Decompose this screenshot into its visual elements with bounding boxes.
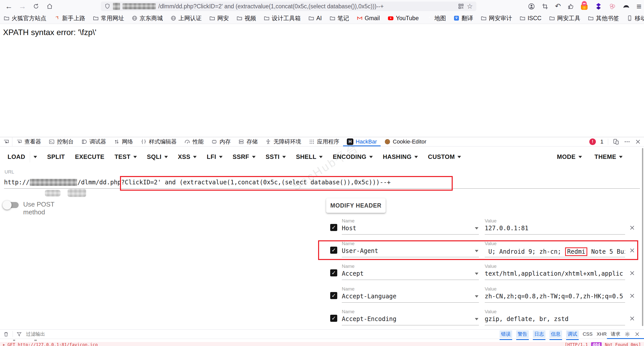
- bookmark-item[interactable]: 笔记: [329, 14, 349, 22]
- request-url-link[interactable]: http://127.0.0.1:81/favicon.ico: [18, 342, 98, 346]
- undo-extension-icon[interactable]: ↶: [555, 3, 561, 10]
- filter-debug[interactable]: 调试: [566, 330, 579, 338]
- qr-code-icon[interactable]: [458, 3, 464, 10]
- dropdown-caret-icon[interactable]: [475, 318, 478, 320]
- header-checkbox[interactable]: ✓: [330, 315, 337, 322]
- bookmark-item[interactable]: 地图: [426, 14, 446, 22]
- dropdown-caret-icon[interactable]: [475, 273, 478, 275]
- menu-load[interactable]: LOAD: [8, 151, 37, 162]
- header-name-field[interactable]: Name User-Agent: [342, 241, 479, 257]
- account-icon[interactable]: [528, 3, 535, 10]
- tab-storage[interactable]: 存储: [234, 137, 261, 146]
- menu-ssti[interactable]: SSTI: [266, 153, 286, 160]
- menu-test[interactable]: TEST: [114, 153, 137, 160]
- console-error-row[interactable]: ▶ GET http://127.0.0.1:81/favicon.ico [H…: [0, 342, 644, 346]
- header-value-field[interactable]: Value gzip, deflate, br, zstd: [485, 309, 625, 325]
- dropdown-caret-icon[interactable]: [475, 295, 478, 298]
- filter-requests[interactable]: 请求: [611, 331, 620, 337]
- tab-network[interactable]: 网络: [110, 137, 137, 146]
- bookmark-item[interactable]: 火狐官方站点: [4, 14, 46, 22]
- address-bar[interactable]: /dlmm/dd.php?ClickID=2' and (extractvalu…: [101, 2, 476, 11]
- menu-shell[interactable]: SHELL: [296, 153, 323, 160]
- bookmark-item[interactable]: YouTube: [387, 15, 419, 22]
- responsive-mode-icon[interactable]: [613, 138, 619, 145]
- close-devtools-icon[interactable]: [635, 139, 641, 145]
- home-button[interactable]: [44, 1, 55, 12]
- delete-header-button[interactable]: [629, 225, 635, 231]
- tab-memory[interactable]: 内存: [207, 137, 234, 146]
- filter-info[interactable]: 信息: [549, 330, 562, 338]
- console-settings-gear-icon[interactable]: [624, 331, 630, 337]
- reload-button[interactable]: [31, 1, 41, 12]
- wappalyzer-extension-icon[interactable]: [595, 3, 602, 10]
- header-name-field[interactable]: Name Accept: [342, 264, 479, 280]
- menu-lfi[interactable]: LFI: [207, 153, 223, 160]
- menu-execute[interactable]: EXECUTE: [75, 153, 105, 160]
- menu-sqli[interactable]: SQLI: [147, 153, 168, 160]
- console-filter-input[interactable]: [25, 331, 97, 337]
- tab-debugger[interactable]: 调试器: [77, 137, 110, 146]
- tab-cookie-editor[interactable]: Cookie-Editor: [381, 137, 430, 146]
- bookmark-item[interactable]: 设计工具箱: [264, 14, 301, 22]
- bookmark-item[interactable]: 新手上路: [54, 14, 85, 22]
- dropdown-caret-icon[interactable]: [475, 250, 478, 252]
- delete-header-button[interactable]: [629, 315, 635, 322]
- rings-extension-icon[interactable]: [609, 3, 616, 10]
- tab-accessibility[interactable]: 无障碍环境: [261, 137, 305, 146]
- header-value-field[interactable]: Value zh-CN,zh;q=0.8,zh-TW;q=0.7,zh-HK;q…: [485, 286, 625, 303]
- filter-warnings[interactable]: 警告: [516, 330, 529, 338]
- scrollbar-thumb[interactable]: [642, 148, 643, 326]
- delete-header-button[interactable]: [629, 293, 635, 299]
- back-button[interactable]: ←: [4, 1, 14, 12]
- bookmark-item[interactable]: 翻译: [453, 14, 473, 22]
- delete-header-button[interactable]: [629, 247, 635, 253]
- bookmark-star-icon[interactable]: ☆: [467, 3, 473, 10]
- menu-encoding[interactable]: ENCODING: [333, 153, 373, 160]
- menu-mode[interactable]: MODE: [557, 153, 582, 160]
- other-bookmarks[interactable]: 其他书签: [588, 14, 619, 22]
- bookmark-item[interactable]: 网安工具: [549, 14, 580, 22]
- bookmark-item[interactable]: 网安审计: [481, 14, 512, 22]
- proxy-extension-icon[interactable]: [581, 3, 588, 10]
- menu-ssrf[interactable]: SSRF: [233, 153, 256, 160]
- url-input[interactable]: http:// /dlmm/dd.php ?ClickID=2' and (ex…: [4, 176, 640, 189]
- header-checkbox[interactable]: ✓: [330, 269, 337, 276]
- header-name-field[interactable]: Name Host: [342, 218, 479, 235]
- mobile-bookmarks[interactable]: 移动设备上的书签: [627, 14, 644, 22]
- menu-icon[interactable]: ≡: [636, 2, 641, 11]
- header-value-field[interactable]: Value U; Android 9; zh-cn; Redmi Note 5 …: [485, 241, 625, 257]
- bookmark-item[interactable]: ISCC: [519, 15, 541, 22]
- filter-logs[interactable]: 日志: [533, 330, 545, 338]
- filter-errors[interactable]: 错误: [500, 330, 512, 338]
- bookmark-item[interactable]: 京东商城: [132, 14, 163, 22]
- screenshot-extension-icon[interactable]: [542, 3, 548, 10]
- header-name-field[interactable]: Name Accept-Language: [342, 286, 479, 303]
- header-checkbox[interactable]: ✓: [330, 224, 337, 231]
- menu-hashing[interactable]: HASHING: [383, 153, 418, 160]
- meatball-menu-icon[interactable]: [624, 138, 630, 145]
- bookmark-item[interactable]: 常用网址: [93, 14, 124, 22]
- header-checkbox[interactable]: ✓: [330, 247, 337, 254]
- header-checkbox[interactable]: ✓: [330, 292, 337, 299]
- header-name-field[interactable]: Name Accept-Encoding: [342, 309, 479, 325]
- close-split-console-icon[interactable]: [634, 331, 640, 337]
- bookmark-item[interactable]: Gmail: [357, 15, 380, 22]
- chevron-down-icon[interactable]: [34, 156, 37, 158]
- clear-console-icon[interactable]: [3, 331, 9, 337]
- tab-performance[interactable]: 性能: [180, 137, 207, 146]
- bookmark-item[interactable]: 上网认证: [170, 14, 202, 22]
- tab-style-editor[interactable]: 样式编辑器: [137, 137, 180, 146]
- menu-custom[interactable]: CUSTOM: [428, 153, 461, 160]
- tab-console[interactable]: 控制台: [45, 137, 77, 146]
- delete-header-button[interactable]: [629, 270, 635, 276]
- bookmark-item[interactable]: 网安: [209, 14, 229, 22]
- forward-button[interactable]: →: [17, 1, 28, 12]
- tab-application[interactable]: 应用程序: [305, 137, 343, 146]
- bookmark-item[interactable]: 视频: [236, 14, 256, 22]
- menu-xss[interactable]: XSS: [178, 153, 197, 160]
- thumb-extension-icon[interactable]: [567, 3, 574, 10]
- hat-extension-icon[interactable]: [623, 3, 630, 10]
- tab-inspector[interactable]: 查看器: [12, 137, 45, 146]
- menu-split[interactable]: SPLIT: [47, 153, 65, 160]
- modify-header-button[interactable]: MODIFY HEADER: [326, 198, 386, 213]
